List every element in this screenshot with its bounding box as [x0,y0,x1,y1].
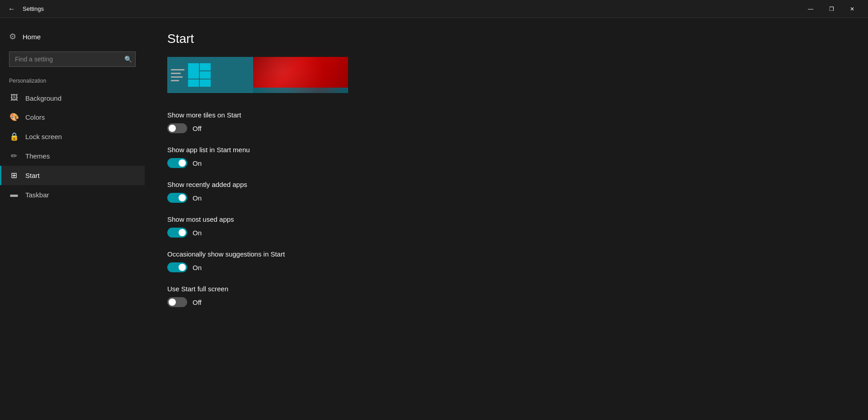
close-button[interactable]: ✕ [842,0,863,18]
preview-line-1 [171,69,184,70]
toggle-row-most-used: On [167,228,845,238]
maximize-button[interactable]: ❐ [821,0,842,18]
toggle-knob-recently-added [179,194,186,201]
toggle-most-used[interactable] [167,228,187,238]
preview-tile-4 [188,79,199,87]
search-icon[interactable]: 🔍 [124,56,132,63]
home-icon: ⚙ [9,32,16,42]
window-title: Settings [23,5,796,12]
toggle-knob-app-list [179,159,186,167]
setting-label-app-list: Show app list in Start menu [167,146,845,154]
setting-label-full-screen: Use Start full screen [167,285,845,293]
preview-tile-2 [200,63,211,70]
sidebar-item-home[interactable]: ⚙ Home [0,27,145,46]
toggle-row-recently-added: On [167,193,845,203]
setting-row-suggestions: Occasionally show suggestions in StartOn [167,250,845,272]
toggle-state-full-screen: Off [193,299,202,306]
taskbar-icon: ▬ [9,190,19,199]
settings-container: Show more tiles on StartOffShow app list… [167,111,845,307]
search-box: 🔍 [9,51,136,67]
sidebar-colors-label: Colors [25,113,45,121]
sidebar-taskbar-label: Taskbar [25,191,49,199]
lock-screen-icon: 🔒 [9,132,19,141]
titlebar: ← Settings — ❐ ✕ [0,0,868,18]
toggle-state-recently-added: On [193,194,202,202]
setting-row-most-used: Show most used appsOn [167,215,845,238]
app-container: ⚙ Home 🔍 Personalization 🖼 Background 🎨 … [0,18,868,420]
themes-icon: ✏ [9,151,19,161]
toggle-suggestions[interactable] [167,262,187,272]
start-icon: ⊞ [9,171,19,180]
back-button[interactable]: ← [5,3,18,15]
toggle-knob-full-screen [169,299,176,306]
setting-row-more-tiles: Show more tiles on StartOff [167,111,845,133]
setting-row-recently-added: Show recently added appsOn [167,181,845,203]
toggle-state-suggestions: On [193,264,202,271]
preview-line-3 [171,76,183,78]
toggle-row-app-list: On [167,158,845,168]
toggle-row-suggestions: On [167,262,845,272]
colors-icon: 🎨 [9,112,19,122]
toggle-state-more-tiles: Off [193,125,202,132]
search-input[interactable] [9,51,136,67]
sidebar-item-start[interactable]: ⊞ Start [0,166,145,185]
minimize-button[interactable]: — [800,0,821,18]
content-area: Start [145,18,868,420]
toggle-row-full-screen: Off [167,297,845,307]
toggle-knob-most-used [179,229,186,236]
background-icon: 🖼 [9,93,19,103]
preview-right [253,57,348,93]
toggle-more-tiles[interactable] [167,123,187,133]
preview-tiles [188,63,211,87]
sidebar-themes-label: Themes [25,152,50,160]
toggle-knob-suggestions [179,264,186,271]
toggle-recently-added[interactable] [167,193,187,203]
toggle-app-list[interactable] [167,158,187,168]
toggle-full-screen[interactable] [167,297,187,307]
setting-label-suggestions: Occasionally show suggestions in Start [167,250,845,258]
home-label: Home [23,33,41,41]
sidebar-background-label: Background [25,94,61,102]
sidebar: ⚙ Home 🔍 Personalization 🖼 Background 🎨 … [0,18,145,420]
setting-label-most-used: Show most used apps [167,215,845,223]
sidebar-item-themes[interactable]: ✏ Themes [0,146,145,166]
preview-bottom-bar [253,88,348,93]
setting-row-full-screen: Use Start full screenOff [167,285,845,307]
preview-line-2 [171,73,181,74]
sidebar-item-colors[interactable]: 🎨 Colors [0,107,145,127]
section-label: Personalization [0,76,145,89]
preview-tile-1 [188,63,199,79]
sidebar-lock-screen-label: Lock screen [25,133,62,140]
toggle-state-most-used: On [193,229,202,237]
preview-tile-3 [200,71,211,79]
toggle-state-app-list: On [193,159,202,167]
setting-label-more-tiles: Show more tiles on Start [167,111,845,119]
toggle-row-more-tiles: Off [167,123,845,133]
sidebar-item-taskbar[interactable]: ▬ Taskbar [0,185,145,204]
setting-row-app-list: Show app list in Start menuOn [167,146,845,168]
setting-label-recently-added: Show recently added apps [167,181,845,188]
page-title: Start [167,32,845,46]
sidebar-item-lock-screen[interactable]: 🔒 Lock screen [0,127,145,146]
sidebar-item-background[interactable]: 🖼 Background [0,89,145,107]
toggle-knob-more-tiles [169,125,176,132]
preview-left [167,57,253,93]
sidebar-start-label: Start [25,172,40,179]
window-controls: — ❐ ✕ [800,0,863,18]
preview-lines [171,69,184,81]
preview-tile-5 [200,79,211,87]
preview-line-4 [171,80,179,81]
start-preview [167,57,348,93]
